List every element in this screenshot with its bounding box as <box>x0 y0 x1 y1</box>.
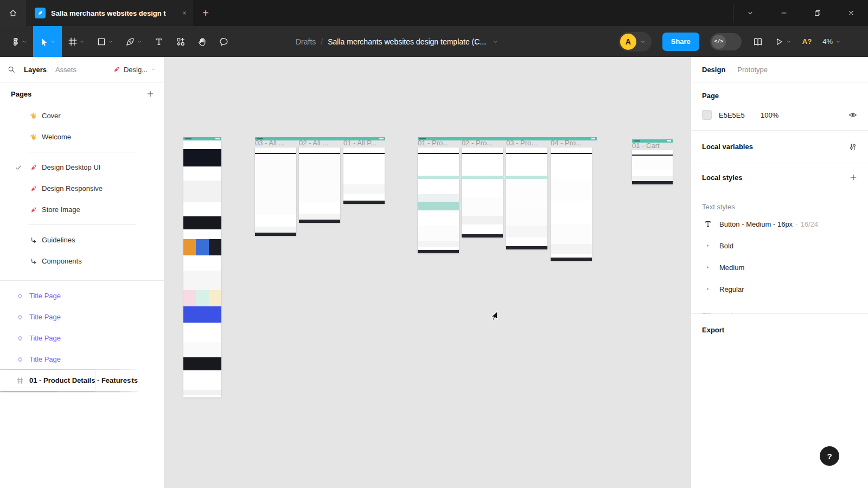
canvas-frame-01-all-p-[interactable] <box>343 147 385 204</box>
layer-component-title-page[interactable]: Title Page <box>0 285 164 306</box>
hand-tool[interactable] <box>192 26 213 57</box>
main-menu[interactable] <box>4 26 33 57</box>
frame-content-stripe <box>183 166 221 181</box>
canvas-frame-01-pro-[interactable] <box>418 147 459 253</box>
variables-icon[interactable] <box>848 143 857 151</box>
canvas-frame-04-pro-[interactable] <box>551 147 592 261</box>
frame-content-stripe <box>183 395 221 397</box>
export-section[interactable]: Export <box>691 313 868 488</box>
present-button[interactable] <box>774 37 792 47</box>
zoom-control[interactable]: 4% <box>822 37 841 46</box>
canvas-frame-1-home[interactable] <box>183 140 221 397</box>
canvas-frame-03-pro-[interactable] <box>506 147 547 249</box>
text-tool[interactable] <box>148 26 170 57</box>
resources-tool[interactable] <box>170 26 192 57</box>
page-item-design-responsive[interactable]: Design Responsive <box>0 178 164 199</box>
page-color-swatch[interactable] <box>702 110 712 120</box>
account-menu[interactable]: A <box>618 32 652 52</box>
breadcrumb-root[interactable]: Drafts <box>296 37 316 46</box>
chevron-down-icon[interactable] <box>492 38 499 45</box>
local-styles-label: Local styles <box>702 174 850 182</box>
canvas-frame-02-all-[interactable] <box>299 147 340 223</box>
shape-tool[interactable] <box>91 26 119 57</box>
page-item-store-image[interactable]: Store Image <box>0 199 164 220</box>
page-item-guidelines[interactable]: Guidelines <box>0 229 164 251</box>
page-item-welcome[interactable]: Welcome <box>0 126 164 147</box>
pages-list: CoverWelcomeDesign Desktop UIDesign Resp… <box>0 105 164 272</box>
page-color-opacity[interactable]: 100% <box>761 111 848 119</box>
canvas-frame-03-all-[interactable] <box>255 147 296 236</box>
page-chip[interactable]: Desig... <box>113 66 156 74</box>
help-button[interactable]: ? <box>820 446 839 466</box>
add-style-button[interactable] <box>850 174 857 181</box>
window-menu-chevron[interactable] <box>733 0 767 26</box>
share-button[interactable]: Share <box>662 33 699 51</box>
search-icon[interactable] <box>8 66 15 73</box>
breadcrumb-title[interactable]: Salla merchants websites design template… <box>328 37 486 46</box>
chevron-down-icon <box>640 38 646 45</box>
page-item-components[interactable]: Components <box>0 251 164 272</box>
add-page-button[interactable] <box>146 90 154 98</box>
frame-content-stripe <box>183 239 221 255</box>
chevron-down-icon <box>50 39 56 44</box>
page-item-cover[interactable]: Cover <box>0 105 164 126</box>
minimize-button[interactable] <box>767 0 801 26</box>
frame-content-stripe <box>418 210 459 226</box>
pen-tool[interactable] <box>119 26 148 57</box>
frame-content-stripe <box>255 227 296 233</box>
style-item-regular[interactable]: Regular <box>702 278 857 300</box>
tab-layers[interactable]: Layers <box>24 66 47 74</box>
frame-name-label[interactable]: 03 - Pro... <box>506 139 537 147</box>
layer-frame-01-product-details[interactable]: 01 - Product Details <box>0 370 95 391</box>
frame-content-stripe <box>183 229 221 239</box>
frame-content-stripe <box>418 194 459 202</box>
layer-component-title-page[interactable]: Title Page <box>0 306 164 328</box>
style-item-button-medium-16px[interactable]: Button - Medium - 16px·16/24 <box>702 213 857 235</box>
frame-content-stripe <box>418 241 459 247</box>
check-icon <box>15 164 30 171</box>
comment-tool[interactable] <box>213 26 235 57</box>
pages-divider <box>28 152 136 152</box>
frame-name-label[interactable]: 02 - All ... <box>299 139 328 147</box>
frame-name-label[interactable]: 01 - Pro... <box>418 139 449 147</box>
style-item-label: Regular <box>719 285 744 293</box>
new-tab-button[interactable]: + <box>193 0 218 26</box>
dev-mode-toggle[interactable]: </> <box>710 33 742 50</box>
page-item-label: Design Responsive <box>42 184 103 192</box>
frame-icon <box>16 377 24 384</box>
tab-assets[interactable]: Assets <box>55 66 76 74</box>
tab-prototype[interactable]: Prototype <box>737 66 768 74</box>
style-item-bold[interactable]: Bold <box>702 235 857 256</box>
page-item-design-desktop-ui[interactable]: Design Desktop UI <box>0 157 164 178</box>
page-item-label: Welcome <box>42 133 71 141</box>
frame-content-stripe <box>632 156 673 170</box>
library-book-icon[interactable] <box>752 36 763 47</box>
style-item-medium[interactable]: Medium <box>702 256 857 278</box>
layer-component-title-page[interactable]: Title Page <box>0 328 164 349</box>
tab-design[interactable]: Design <box>702 66 725 74</box>
breadcrumb[interactable]: Drafts / Salla merchants websites design… <box>296 26 499 57</box>
frame-name-label[interactable]: 04 - Pro... <box>551 139 582 147</box>
tab-close-icon[interactable] <box>181 10 188 16</box>
frame-content-stripe <box>462 154 503 176</box>
frame-name-label[interactable]: 01 - All P... <box>343 139 376 147</box>
canvas-frame-02-pro-[interactable] <box>462 147 503 237</box>
eye-icon[interactable] <box>848 111 857 119</box>
frame-content-stripe <box>343 184 385 194</box>
frame-name-label[interactable]: 01 - Cart <box>632 142 660 150</box>
restore-button[interactable] <box>801 0 834 26</box>
frame-tool[interactable] <box>62 26 91 57</box>
canvas-frame-01-cart[interactable] <box>632 150 673 184</box>
frame-name-label[interactable]: 03 - All ... <box>255 139 284 147</box>
layer-component-title-page[interactable]: Title Page <box>0 349 164 370</box>
titlebar: Salla merchants websites design t + <box>0 0 868 26</box>
canvas[interactable]: 1.Home03 - All ...02 - All ...01 - All P… <box>164 57 691 488</box>
frame-name-label[interactable]: 02 - Pro... <box>462 139 493 147</box>
file-tab[interactable]: Salla merchants websites design t <box>26 0 193 26</box>
missing-fonts-indicator[interactable]: A? <box>802 37 812 46</box>
close-button[interactable] <box>834 0 868 26</box>
home-button[interactable] <box>0 0 26 26</box>
move-tool[interactable] <box>33 26 62 57</box>
local-variables-row[interactable]: Local variables <box>691 131 868 163</box>
page-color-hex[interactable]: E5E5E5 <box>719 111 761 119</box>
